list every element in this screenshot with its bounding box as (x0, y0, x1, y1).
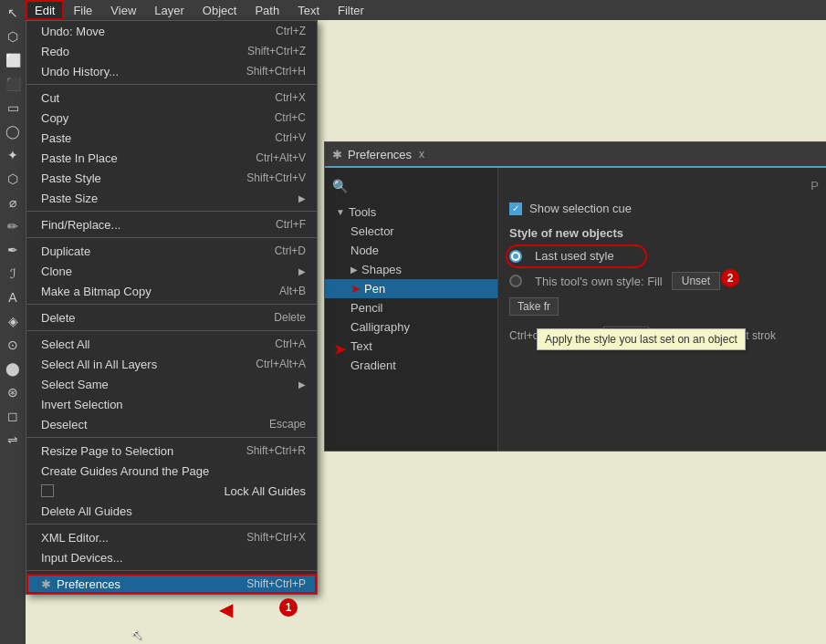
connector-tool-icon[interactable]: ⇌ (2, 429, 24, 451)
last-used-style-row[interactable]: Last used style (509, 247, 819, 265)
pencil-tool-icon[interactable]: ✏ (2, 215, 24, 237)
menu-xml-editor[interactable]: XML Editor... Shift+Ctrl+X (26, 527, 317, 547)
style-section-label: Style of new objects (509, 226, 819, 240)
menu-paste-in-place[interactable]: Paste In Place Ctrl+Alt+V (26, 148, 317, 168)
select-all-layers-label: Select All in All Layers (41, 358, 157, 371)
tools-own-style-label: This tool's own style: Fill (535, 275, 663, 288)
menu-create-guides[interactable]: Create Guides Around the Page (26, 461, 317, 481)
redo-label: Redo (41, 45, 69, 58)
lock-guides-checkbox[interactable] (41, 484, 54, 497)
menu-paste-style[interactable]: Paste Style Shift+Ctrl+V (26, 168, 317, 188)
menu-select-same[interactable]: Select Same ▶ (26, 374, 317, 394)
gradient-tool-icon[interactable]: ◈ (2, 310, 24, 332)
3d-box-tool-icon[interactable]: ⬡ (2, 168, 24, 190)
menu-deselect[interactable]: Deselect Escape (26, 414, 317, 434)
delete-guides-label: Delete All Guides (41, 504, 132, 518)
duplicate-label: Duplicate (41, 244, 90, 258)
menu-layer[interactable]: Layer (145, 0, 193, 20)
preferences-search-row: 🔍 (325, 175, 497, 197)
dropper-tool-icon[interactable]: ⊙ (2, 334, 24, 356)
tools-own-style-row[interactable]: This tool's own style: Fill Unset (509, 270, 819, 292)
node-label: Node (350, 244, 379, 257)
menu-find-replace[interactable]: Find/Replace... Ctrl+F (26, 214, 317, 234)
take-from-button[interactable]: Take fr (509, 297, 559, 316)
tree-item-shapes[interactable]: ▶ Shapes (325, 260, 497, 279)
star-tool-icon[interactable]: ✦ (2, 144, 24, 166)
last-used-style-radio[interactable] (509, 250, 522, 263)
find-replace-shortcut: Ctrl+F (276, 218, 306, 231)
paste-style-label: Paste Style (41, 171, 101, 185)
menu-invert-selection[interactable]: Invert Selection (26, 394, 317, 414)
tree-item-calligraphy[interactable]: Calligraphy (325, 317, 497, 337)
find-replace-label: Find/Replace... (41, 218, 120, 232)
node-tool-icon[interactable]: ⬡ (2, 26, 24, 47)
selector-tool-icon[interactable]: ↖ (2, 2, 24, 24)
copy-label: Copy (41, 111, 68, 125)
menu-bitmap-copy[interactable]: Make a Bitmap Copy Alt+B (26, 281, 317, 301)
pen-tool-icon[interactable]: ✒ (2, 239, 24, 261)
tree-item-pen[interactable]: ➤ Pen (325, 279, 497, 298)
invert-selection-label: Invert Selection (41, 398, 123, 411)
rect-tool-icon[interactable]: ▭ (2, 97, 24, 119)
menu-lock-guides[interactable]: Lock All Guides (26, 481, 317, 501)
preferences-close-button[interactable]: x (419, 148, 424, 161)
menu-select-all[interactable]: Select All Ctrl+A (26, 334, 317, 354)
preferences-search-input[interactable] (351, 180, 490, 193)
tree-item-gradient[interactable]: Gradient (325, 356, 497, 375)
menu-text[interactable]: Text (288, 0, 329, 20)
eraser-tool-icon[interactable]: ◻ (2, 405, 24, 427)
menu-view[interactable]: View (101, 0, 145, 20)
menu-clone[interactable]: Clone ▶ (26, 261, 317, 281)
selector-label: Selector (350, 224, 394, 238)
gradient-label: Gradient (350, 358, 396, 372)
menu-duplicate[interactable]: Duplicate Ctrl+D (26, 241, 317, 261)
measure-tool-icon[interactable]: ⬛ (2, 73, 24, 95)
separator-1 (26, 84, 317, 85)
calligraphy-tool-icon[interactable]: ℐ (2, 263, 24, 285)
menu-edit[interactable]: Edit (26, 0, 64, 20)
menu-filter[interactable]: Filter (329, 0, 373, 20)
paste-in-place-shortcut: Ctrl+Alt+V (256, 151, 306, 164)
zoom-tool-icon[interactable]: ⬜ (2, 49, 24, 71)
separator-2 (26, 211, 317, 212)
step-badge-1: 1 (279, 598, 298, 617)
tree-item-tools[interactable]: ▼ Tools (325, 203, 497, 222)
spray-tool-icon[interactable]: ⊛ (2, 381, 24, 403)
paint-bucket-tool-icon[interactable]: ⬤ (2, 358, 24, 379)
menu-undo-history[interactable]: Undo History... Shift+Ctrl+H (26, 61, 317, 81)
tooltip: Apply the style you last set on an objec… (537, 328, 746, 350)
shapes-chevron-icon: ▶ (350, 265, 358, 275)
menu-delete-guides[interactable]: Delete All Guides (26, 501, 317, 521)
menu-undo[interactable]: Undo: Move Ctrl+Z (26, 21, 317, 41)
menu-object[interactable]: Object (193, 0, 246, 20)
unset-button[interactable]: Unset (672, 272, 720, 290)
menu-preferences[interactable]: ✱ Preferences Shift+Ctrl+P (26, 574, 317, 594)
menu-paste-size[interactable]: Paste Size ▶ (26, 188, 317, 208)
xml-editor-label: XML Editor... (41, 531, 109, 545)
tree-item-pencil[interactable]: Pencil (325, 298, 497, 317)
menu-redo[interactable]: Redo Shift+Ctrl+Z (26, 41, 317, 61)
preferences-shortcut: Shift+Ctrl+P (246, 577, 306, 590)
ellipse-tool-icon[interactable]: ◯ (2, 120, 24, 142)
menu-file[interactable]: File (64, 0, 101, 20)
separator-7 (26, 524, 317, 525)
paste-shortcut: Ctrl+V (275, 131, 306, 144)
menu-cut[interactable]: Cut Ctrl+X (26, 88, 317, 108)
text-tool-icon[interactable]: A (2, 286, 24, 308)
tree-item-text[interactable]: Text (325, 337, 497, 356)
menu-select-all-layers[interactable]: Select All in All Layers Ctrl+Alt+A (26, 354, 317, 374)
menu-copy[interactable]: Copy Ctrl+C (26, 108, 317, 128)
menu-paste[interactable]: Paste Ctrl+V (26, 128, 317, 148)
menu-path[interactable]: Path (246, 0, 288, 20)
tools-own-style-radio[interactable] (509, 275, 522, 287)
tree-item-node[interactable]: Node (325, 241, 497, 260)
menu-delete[interactable]: Delete Delete (26, 307, 317, 327)
search-icon: 🔍 (332, 179, 348, 193)
tree-item-selector[interactable]: Selector (325, 222, 497, 241)
menu-input-devices[interactable]: Input Devices... (26, 547, 317, 567)
menu-resize-page[interactable]: Resize Page to Selection Shift+Ctrl+R (26, 441, 317, 461)
preferences-content: P ✓ Show selection cue Style of new obje… (498, 168, 826, 451)
spiral-tool-icon[interactable]: ⌀ (2, 192, 24, 213)
show-selection-cue-checkbox[interactable]: ✓ (509, 203, 522, 215)
select-all-label: Select All (41, 338, 89, 351)
